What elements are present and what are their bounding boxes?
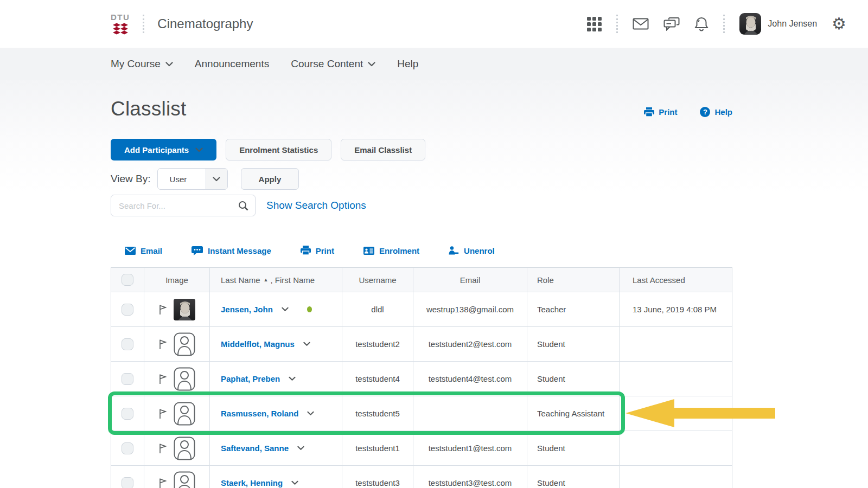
enrolment-statistics-label: Enrolment Statistics	[239, 145, 318, 155]
row-name-cell: Jensen, John	[210, 292, 342, 326]
flag-icon[interactable]	[158, 339, 167, 350]
student-name-link[interactable]: Staerk, Henning	[221, 478, 283, 487]
unenrol-action[interactable]: Unenrol	[449, 246, 495, 255]
search-icon[interactable]	[238, 201, 248, 211]
nav-item-my-course[interactable]: My Course	[111, 58, 173, 70]
view-by-selected-value: User	[158, 169, 206, 189]
chevron-down-icon[interactable]	[291, 480, 298, 485]
nav-label: My Course	[111, 58, 161, 70]
student-name-link[interactable]: Jensen, John	[221, 305, 273, 314]
row-select-cell	[111, 292, 144, 326]
apply-button[interactable]: Apply	[241, 168, 299, 190]
chevron-down-icon[interactable]	[282, 307, 289, 312]
printer-icon	[644, 107, 654, 117]
help-link[interactable]: ? Help	[700, 107, 732, 117]
col-header-email: Email	[413, 268, 527, 292]
course-title[interactable]: Cinematography	[157, 16, 253, 31]
help-icon: ?	[700, 107, 710, 117]
email-classlist-button[interactable]: Email Classlist	[341, 139, 425, 160]
dtu-logo-text: DTU	[111, 13, 130, 21]
chevron-down-icon[interactable]	[303, 342, 310, 346]
show-search-options-link[interactable]: Show Search Options	[266, 200, 366, 211]
bell-icon[interactable]	[694, 17, 709, 31]
top-icons: John Jensen ⚙	[587, 13, 846, 35]
search-input[interactable]	[119, 201, 238, 210]
add-participants-button[interactable]: Add Participants	[111, 139, 216, 160]
main-content: Classlist Print ? Help Add Participants …	[0, 80, 868, 488]
sort-by-last-name[interactable]: Last Name	[221, 275, 260, 285]
dtu-logo-waves	[112, 23, 129, 35]
student-name-link[interactable]: Paphat, Preben	[221, 374, 280, 383]
page-title: Classlist	[111, 98, 187, 120]
nav-item-help[interactable]: Help	[397, 58, 418, 70]
online-indicator	[307, 306, 312, 312]
print-action[interactable]: Print	[301, 246, 334, 255]
row-checkbox[interactable]	[122, 304, 133, 316]
row-role-cell: Teaching Assistant	[527, 396, 620, 431]
apply-label: Apply	[259, 175, 282, 184]
select-all-checkbox[interactable]	[122, 274, 133, 286]
print-link[interactable]: Print	[644, 107, 677, 117]
chevron-down-icon[interactable]	[297, 446, 304, 451]
chevron-down-icon[interactable]	[307, 411, 314, 416]
col-header-username: Username	[342, 268, 413, 292]
row-email-cell: westrup138@gmail.com	[413, 292, 527, 326]
flag-icon[interactable]	[158, 478, 167, 488]
row-checkbox[interactable]	[122, 373, 133, 385]
row-image-cell	[144, 431, 210, 465]
row-checkbox[interactable]	[122, 477, 133, 488]
nav-item-announcements[interactable]: Announcements	[195, 58, 269, 70]
chevron-down-icon[interactable]	[289, 376, 296, 381]
row-username-cell: teststudent1	[342, 431, 413, 465]
row-last-accessed-cell	[620, 431, 732, 465]
email-classlist-label: Email Classlist	[354, 145, 412, 155]
placeholder-avatar-icon	[174, 367, 195, 391]
student-name-link[interactable]: Middelflot, Magnus	[221, 339, 295, 349]
enrolment-action[interactable]: Enrolment	[363, 246, 419, 255]
row-select-cell	[111, 431, 144, 465]
user-name: John Jensen	[768, 19, 817, 29]
flag-icon[interactable]	[158, 374, 167, 384]
student-name-link[interactable]: Saftevand, Sanne	[221, 444, 289, 453]
chevron-down-icon	[195, 147, 203, 152]
nav-item-course-content[interactable]: Course Content	[291, 58, 375, 70]
row-name-cell: Middelflot, Magnus	[210, 327, 342, 361]
row-checkbox[interactable]	[122, 338, 133, 350]
row-name-cell: Staerk, Henning	[210, 466, 342, 488]
nav-label: Course Content	[291, 58, 363, 70]
brand-area: DTU Cinematography	[111, 13, 253, 35]
user-menu[interactable]: John Jensen	[739, 13, 817, 35]
flag-icon[interactable]	[158, 304, 167, 315]
app-grid-icon[interactable]	[587, 17, 602, 31]
email-icon	[125, 247, 136, 255]
row-checkbox[interactable]	[122, 408, 133, 420]
col-header-image: Image	[144, 268, 210, 292]
flag-icon[interactable]	[158, 443, 167, 454]
gear-icon[interactable]: ⚙	[832, 16, 846, 32]
row-select-cell	[111, 327, 144, 361]
unenrol-icon	[449, 246, 459, 255]
chat-icon[interactable]	[663, 17, 680, 31]
instant-message-action[interactable]: Instant Message	[192, 246, 271, 255]
email-action[interactable]: Email	[125, 246, 162, 255]
row-select-cell	[111, 466, 144, 488]
mail-icon[interactable]	[633, 18, 649, 30]
classlist-body: Jensen, John dldl westrup138@gmail.com T…	[111, 292, 732, 488]
row-select-cell	[111, 362, 144, 396]
row-image-cell	[144, 362, 210, 396]
row-checkbox[interactable]	[122, 442, 133, 454]
chevron-down-icon	[206, 169, 227, 189]
row-image-cell	[144, 327, 210, 361]
row-email-cell: teststudent2@test.com	[413, 327, 527, 361]
table-row: Jensen, John dldl westrup138@gmail.com T…	[111, 292, 732, 326]
view-by-select[interactable]: User	[157, 168, 228, 190]
flag-icon[interactable]	[158, 408, 167, 419]
instant-message-icon	[192, 246, 203, 255]
row-last-accessed-cell	[620, 362, 732, 396]
row-email-cell: teststudent3@test.com	[413, 466, 527, 488]
enrolment-statistics-button[interactable]: Enrolment Statistics	[226, 139, 331, 160]
student-name-link[interactable]: Rasmussen, Roland	[221, 409, 298, 418]
enrolment-action-label: Enrolment	[379, 246, 419, 255]
row-username-cell: dldl	[342, 292, 413, 326]
row-username-cell: teststudent2	[342, 327, 413, 361]
